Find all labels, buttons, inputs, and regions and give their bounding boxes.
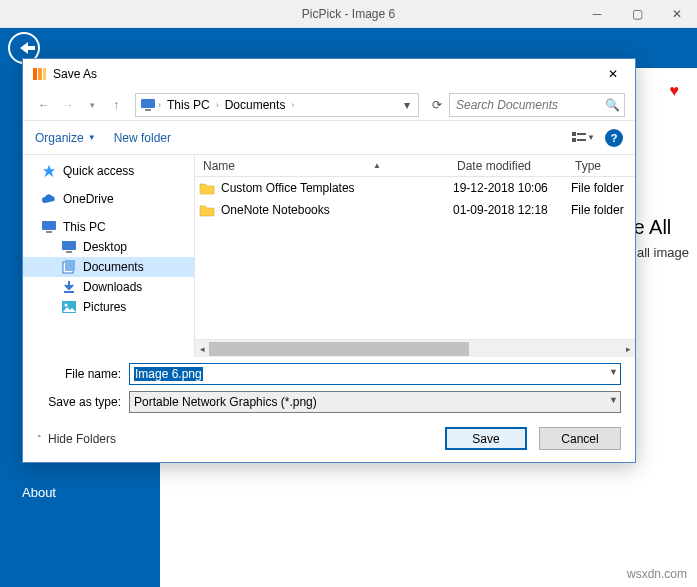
- file-row[interactable]: OneNote Notebooks 01-09-2018 12:18 File …: [195, 199, 635, 221]
- save-type-label: Save as type:: [37, 395, 129, 409]
- col-name[interactable]: Name ▲: [195, 155, 449, 176]
- maximize-button[interactable]: ▢: [617, 0, 657, 28]
- app-window: PicPick - Image 6 ─ ▢ ✕ Options About ♥ …: [0, 0, 697, 587]
- tree-documents[interactable]: Documents: [23, 257, 194, 277]
- file-name-label: File name:: [37, 367, 129, 381]
- scroll-right-icon[interactable]: ▸: [621, 342, 635, 356]
- file-type: File folder: [571, 181, 635, 195]
- scroll-left-icon[interactable]: ◂: [195, 342, 209, 356]
- desktop-icon: [61, 240, 77, 254]
- file-date: 01-09-2018 12:18: [453, 203, 571, 217]
- tree-desktop[interactable]: Desktop: [23, 237, 194, 257]
- chevron-down-icon: ▼: [88, 133, 96, 142]
- hide-folders-button[interactable]: ˄ Hide Folders: [37, 432, 116, 446]
- file-pane: Name ▲ Date modified Type Custom Office …: [195, 155, 635, 357]
- tree-this-pc[interactable]: This PC: [23, 217, 194, 237]
- file-date: 19-12-2018 10:06: [453, 181, 571, 195]
- dialog-close-button[interactable]: ✕: [599, 62, 627, 86]
- svg-rect-1: [145, 109, 151, 111]
- svg-rect-9: [62, 241, 76, 250]
- svg-rect-8: [46, 231, 52, 233]
- tree-onedrive[interactable]: OneDrive: [23, 189, 194, 209]
- dialog-titlebar: Save As ✕: [23, 59, 635, 89]
- file-name: OneNote Notebooks: [221, 203, 453, 217]
- save-button[interactable]: Save: [445, 427, 527, 450]
- svg-marker-6: [43, 165, 55, 177]
- file-name-value[interactable]: Image 6.png: [134, 367, 203, 381]
- svg-rect-12: [65, 260, 75, 271]
- picpick-icon: [31, 66, 47, 82]
- col-type[interactable]: Type: [567, 155, 635, 176]
- sort-asc-icon: ▲: [373, 161, 381, 170]
- pictures-icon: [61, 300, 77, 314]
- dialog-bottom: ˄ Hide Folders Save Cancel: [23, 419, 635, 462]
- folder-icon: [199, 181, 215, 195]
- folder-icon: [199, 203, 215, 217]
- save-as-dialog: Save As ✕ ← → ▾ ↑ › This PC › Documents …: [22, 58, 636, 463]
- dialog-nav-row: ← → ▾ ↑ › This PC › Documents › ▾ ⟳ 🔍: [23, 89, 635, 121]
- horizontal-scrollbar[interactable]: ◂ ▸: [195, 339, 635, 357]
- column-headers[interactable]: Name ▲ Date modified Type: [195, 155, 635, 177]
- app-title: PicPick - Image 6: [302, 7, 395, 21]
- svg-rect-7: [42, 221, 56, 230]
- organize-button[interactable]: Organize▼: [35, 131, 96, 145]
- documents-icon: [61, 260, 77, 274]
- svg-rect-5: [577, 139, 586, 141]
- help-button[interactable]: ?: [605, 129, 623, 147]
- search-input[interactable]: [450, 94, 624, 116]
- svg-point-15: [65, 304, 68, 307]
- search-box[interactable]: 🔍: [449, 93, 625, 117]
- cloud-icon: [41, 192, 57, 206]
- breadcrumb-this-pc[interactable]: This PC: [163, 98, 214, 112]
- tree-quick-access[interactable]: Quick access: [23, 161, 194, 181]
- tree-pictures[interactable]: Pictures: [23, 297, 194, 317]
- chevron-right-icon: ›: [158, 100, 161, 110]
- scroll-thumb[interactable]: [209, 342, 469, 356]
- svg-rect-3: [577, 133, 586, 135]
- back-arrow-icon: [20, 42, 28, 54]
- file-list[interactable]: Custom Office Templates 19-12-2018 10:06…: [195, 177, 635, 339]
- chevron-up-icon: ˄: [37, 434, 42, 444]
- sidebar-item-about[interactable]: About: [0, 471, 160, 514]
- tree-downloads[interactable]: Downloads: [23, 277, 194, 297]
- dialog-toolbar: Organize▼ New folder ▼ ?: [23, 121, 635, 155]
- star-icon: [41, 164, 57, 178]
- svg-rect-0: [141, 99, 155, 108]
- save-type-value: Portable Network Graphics (*.png): [134, 395, 317, 409]
- heart-icon[interactable]: ♥: [670, 82, 680, 100]
- dialog-title: Save As: [53, 67, 97, 81]
- nav-tree[interactable]: Quick access OneDrive This PC Desktop: [23, 155, 195, 357]
- view-mode-button[interactable]: ▼: [569, 127, 597, 149]
- svg-rect-13: [64, 291, 74, 293]
- nav-recent-button[interactable]: ▾: [81, 94, 103, 116]
- chevron-right-icon: ›: [291, 100, 294, 110]
- file-row[interactable]: Custom Office Templates 19-12-2018 10:06…: [195, 177, 635, 199]
- watermark: wsxdn.com: [627, 567, 687, 581]
- new-folder-button[interactable]: New folder: [114, 131, 171, 145]
- minimize-button[interactable]: ─: [577, 0, 617, 28]
- breadcrumb[interactable]: › This PC › Documents › ▾: [135, 93, 419, 117]
- svg-rect-10: [66, 251, 72, 253]
- col-date[interactable]: Date modified: [449, 155, 567, 176]
- app-titlebar: PicPick - Image 6 ─ ▢ ✕: [0, 0, 697, 28]
- chevron-right-icon: ›: [216, 100, 219, 110]
- downloads-icon: [61, 280, 77, 294]
- nav-up-button[interactable]: ↑: [105, 94, 127, 116]
- cancel-button[interactable]: Cancel: [539, 427, 621, 450]
- close-button[interactable]: ✕: [657, 0, 697, 28]
- breadcrumb-dropdown-icon[interactable]: ▾: [400, 98, 414, 112]
- refresh-button[interactable]: ⟳: [427, 95, 447, 115]
- search-icon: 🔍: [605, 98, 620, 112]
- svg-rect-2: [572, 132, 576, 136]
- dialog-main: Quick access OneDrive This PC Desktop: [23, 155, 635, 357]
- file-type: File folder: [571, 203, 635, 217]
- pc-icon: [140, 98, 156, 112]
- save-type-field[interactable]: Portable Network Graphics (*.png) ▼: [129, 391, 621, 413]
- svg-rect-4: [572, 138, 576, 142]
- pc-icon: [41, 220, 57, 234]
- dialog-fields: File name: Image 6.png ▼ Save as type: P…: [23, 357, 635, 419]
- nav-forward-button[interactable]: →: [57, 94, 79, 116]
- file-name-field[interactable]: Image 6.png ▼: [129, 363, 621, 385]
- breadcrumb-documents[interactable]: Documents: [221, 98, 290, 112]
- nav-back-button[interactable]: ←: [33, 94, 55, 116]
